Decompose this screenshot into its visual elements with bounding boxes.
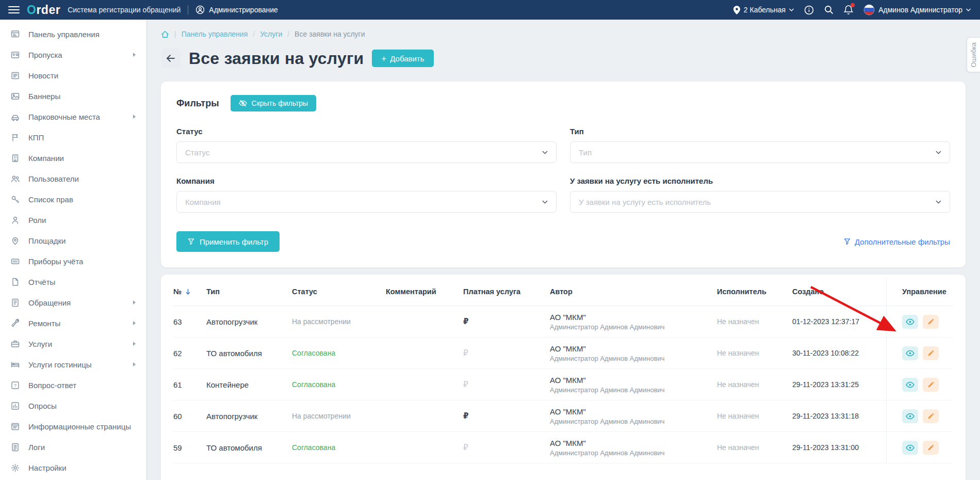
sidebar: Панель управленияПропускаНовостиБаннерыП… [0,20,146,480]
notifications-icon[interactable] [844,5,853,15]
add-button[interactable]: + Добавить [372,50,433,67]
column-header[interactable]: № [173,287,206,296]
sidebar-item-checkpoint[interactable]: КПП [0,127,146,148]
hide-filters-button[interactable]: Скрыть фильтры [231,95,317,111]
filter-select-company[interactable]: Компания [176,191,557,213]
breadcrumb-item[interactable]: Услуги [260,30,282,38]
location-selector[interactable]: 2 Кабельная [733,6,794,14]
edit-button[interactable] [923,346,939,360]
table-row: 63АвтопогрузчикНа рассмотрении₽АО "МКМ"А… [173,306,953,338]
polls-icon [10,401,22,411]
cell-status: Согласована [292,380,386,389]
search-icon[interactable] [824,5,834,14]
edit-button[interactable] [923,378,939,392]
passes-icon [10,50,22,60]
sidebar-item-users[interactable]: Пользователи [0,168,146,189]
filter-field-company: КомпанияКомпания [176,177,557,213]
edit-button[interactable] [923,409,939,423]
sidebar-item-banners[interactable]: Баннеры [0,86,146,106]
sidebar-item-logs[interactable]: Логи [0,437,146,457]
back-button[interactable] [161,49,181,68]
filter-field-status: СтатусСтатус [176,127,557,163]
sidebar-item-repairs[interactable]: Ремонты [0,313,146,333]
breadcrumb: | Панель управления/Услуги/Все заявки на… [161,20,966,38]
sidebar-item-services[interactable]: Услуги [0,333,146,354]
rights-icon [10,195,22,204]
author-company: АО "МКМ" [550,344,586,353]
chevron-right-icon [132,321,137,326]
sidebar-item-companies[interactable]: Компании [0,148,146,168]
edit-button[interactable] [923,315,939,329]
sites-icon [10,236,22,246]
sidebar-item-label: Пользователи [28,174,79,183]
view-button[interactable] [902,409,918,423]
sidebar-item-label: Вопрос-ответ [28,381,76,390]
main-content: | Панель управления/Услуги/Все заявки на… [146,20,980,480]
sidebar-item-dashboard[interactable]: Панель управления [0,24,146,44]
filter-select-type[interactable]: Тип [570,141,950,163]
sidebar-item-roles[interactable]: Роли [0,210,146,230]
view-button[interactable] [902,441,918,455]
roles-icon [10,215,22,225]
app-logo[interactable]: Order [27,4,60,16]
sidebar-item-pages[interactable]: Информационные страницы [0,416,146,437]
cell-number: 61 [173,380,206,389]
view-button[interactable] [902,315,918,329]
reports-icon [10,277,22,287]
breadcrumb-item[interactable]: Панель управления [182,30,248,38]
sidebar-item-sites[interactable]: Площадки [0,230,146,251]
pencil-icon [927,349,935,357]
cell-created: 29-11-2023 13:31:00 [792,443,886,452]
sidebar-item-label: Парковочные места [28,113,100,121]
logs-icon [10,442,22,452]
news-icon [10,71,22,81]
user-name: Админов Администратор [878,6,962,14]
sort-desc-icon [185,289,191,295]
cell-paid: ₽ [463,348,550,358]
cell-type: Автопогрузчик [206,412,292,421]
sidebar-item-appeals[interactable]: Обращения [0,292,146,313]
user-menu[interactable]: Админов Администратор [863,4,971,15]
sidebar-item-reports[interactable]: Отчёты [0,271,146,292]
cell-author: АО "МКМ"Администратор Админов Админович [550,407,717,425]
home-icon[interactable] [161,30,169,38]
info-icon[interactable] [804,5,814,15]
breadcrumb-separator: / [253,30,255,38]
sidebar-item-hotel[interactable]: Услуги гостиницы [0,354,146,375]
column-header: Статус [292,287,386,296]
banners-icon [10,91,22,101]
sidebar-item-faq[interactable]: ?Вопрос-ответ [0,375,146,395]
sidebar-item-label: Опросы [28,402,57,410]
administration-link[interactable]: Администрирование [195,5,278,14]
apply-filter-button[interactable]: Применить фильтр [176,231,280,252]
column-header: Создано [792,287,886,296]
top-navbar: Order Система регистрации обращений Адми… [0,0,980,20]
filters-card: Фильтры Скрыть фильтры СтатусСтатусТипТи… [161,82,966,267]
filter-select-status[interactable]: Статус [176,141,557,163]
column-header: Исполнитель [717,287,792,296]
view-button[interactable] [902,378,918,392]
table-row: 59ТО автомобиляСогласована₽АО "МКМ"Админ… [173,432,953,463]
cell-paid: ₽ [463,411,550,421]
sidebar-item-polls[interactable]: Опросы [0,395,146,416]
sidebar-item-passes[interactable]: Пропуска [0,44,146,65]
view-button[interactable] [902,346,918,360]
cell-number: 63 [173,317,206,326]
funnel-icon [844,238,851,245]
sidebar-item-parking[interactable]: Парковочные места [0,106,146,127]
error-tab[interactable]: Ошибка [967,37,980,72]
table-header: №ТипСтатусКомментарийПлатная услугаАвтор… [173,278,953,306]
column-header: Управление [886,278,953,306]
filter-field-executor: У заявки на услугу есть исполнительУ зая… [570,177,950,213]
filter-select-executor[interactable]: У заявки на услугу есть исполнитель [570,191,950,213]
edit-button[interactable] [923,441,939,455]
sidebar-item-rights[interactable]: Список прав [0,189,146,210]
sidebar-item-settings[interactable]: Настройки [0,457,146,478]
sidebar-item-news[interactable]: Новости [0,65,146,86]
eye-icon [906,381,914,388]
additional-filters-link[interactable]: Дополнительные фильтры [844,237,950,246]
menu-icon[interactable] [8,6,20,14]
cell-author: АО "МКМ"Администратор Админов Админович [550,344,717,362]
sidebar-item-meters[interactable]: Приборы учёта [0,251,146,271]
administration-icon [195,5,205,14]
